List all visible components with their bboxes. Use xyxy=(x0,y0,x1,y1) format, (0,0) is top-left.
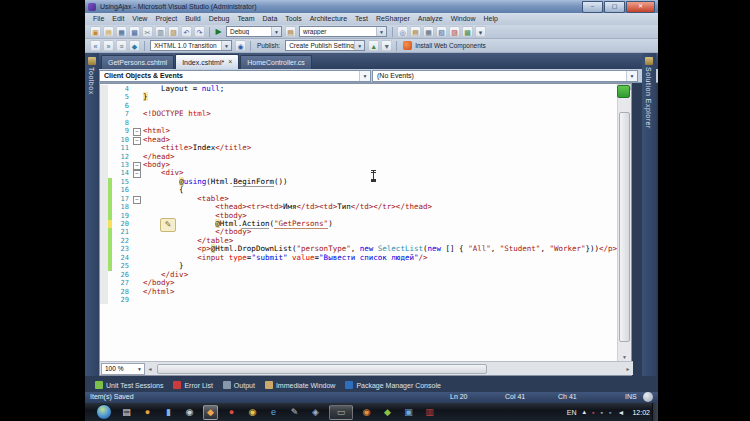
toolbar-options-icon[interactable]: ▾ xyxy=(475,26,486,37)
start-debugging-icon[interactable]: ▶ xyxy=(213,26,224,37)
scroll-right-icon[interactable]: ► xyxy=(623,366,633,372)
outlining-margin[interactable] xyxy=(132,228,143,236)
open-file-icon[interactable]: ▤ xyxy=(103,26,114,37)
vertical-scroll-thumb[interactable] xyxy=(619,112,630,342)
validation-icon[interactable]: ◉ xyxy=(235,40,246,51)
breakpoint-margin[interactable] xyxy=(100,271,108,279)
chevron-down-icon[interactable]: ▼ xyxy=(376,27,386,36)
breakpoint-margin[interactable] xyxy=(100,220,108,228)
save-all-icon[interactable]: ▩ xyxy=(129,26,140,37)
paste-icon[interactable]: ▨ xyxy=(168,26,179,37)
taskbar-cursor-tool-icon[interactable]: ◈ xyxy=(308,405,323,420)
horizontal-scroll-thumb[interactable] xyxy=(157,364,487,374)
debug-configuration-combo[interactable]: Debug ▼ xyxy=(226,26,282,37)
taskbar-firefox-icon[interactable]: ◉ xyxy=(359,405,374,420)
web-settings-icon[interactable]: ▼ xyxy=(381,40,392,51)
outlining-margin[interactable]: − xyxy=(132,195,143,203)
taskbar-chrome-icon[interactable]: ◉ xyxy=(245,405,260,420)
taskbar-red-app-icon[interactable]: ▥ xyxy=(422,405,437,420)
code-line[interactable]: 11 <title>Index</title> xyxy=(100,144,618,152)
extensions-icon[interactable]: ▩ xyxy=(462,26,473,37)
menu-item-architecture[interactable]: Architecture xyxy=(306,13,351,25)
tray-resharper-icon[interactable]: ▪ xyxy=(592,409,594,416)
outlining-margin[interactable]: − xyxy=(132,127,143,135)
chevron-down-icon[interactable]: ▼ xyxy=(221,41,231,50)
chevron-down-icon[interactable]: ▼ xyxy=(271,27,281,36)
solution-explorer-autohide-tab[interactable]: Solution Explorer xyxy=(642,53,656,376)
menu-item-data[interactable]: Data xyxy=(259,13,282,25)
breakpoint-margin[interactable] xyxy=(100,119,108,127)
code-line[interactable]: 29 xyxy=(100,296,618,304)
undo-icon[interactable]: ↶ xyxy=(181,26,192,37)
panel-tab-output[interactable]: Output xyxy=(223,381,255,389)
code-line[interactable]: 4 Layout = null; xyxy=(100,85,618,93)
toolbox-autohide-tab[interactable]: Toolbox xyxy=(85,53,99,376)
code-line[interactable]: 12</head> xyxy=(100,153,618,161)
menu-item-file[interactable]: File xyxy=(89,13,108,25)
breakpoint-margin[interactable] xyxy=(100,296,108,304)
taskbar-window-preview[interactable]: ▭ xyxy=(329,405,353,420)
outlining-margin[interactable] xyxy=(132,288,143,296)
breakpoint-margin[interactable] xyxy=(100,212,108,220)
show-desktop-button[interactable] xyxy=(652,403,658,421)
outlining-margin[interactable] xyxy=(132,271,143,279)
menu-item-debug[interactable]: Debug xyxy=(205,13,234,25)
menu-item-tools[interactable]: Tools xyxy=(281,13,305,25)
breakpoint-margin[interactable] xyxy=(100,195,108,203)
step-into-icon[interactable]: ◎ xyxy=(397,26,408,37)
tab-index-cshtml-[interactable]: Index.cshtml*× xyxy=(175,54,239,69)
tray-show-hidden-icon[interactable]: ▴ xyxy=(583,408,587,416)
outlining-margin[interactable] xyxy=(132,212,143,220)
chevron-down-icon[interactable]: ▼ xyxy=(626,71,637,81)
menu-item-resharper[interactable]: ReSharper xyxy=(372,13,414,25)
breakpoint-margin[interactable] xyxy=(100,178,108,186)
breakpoint-margin[interactable] xyxy=(100,136,108,144)
breakpoint-margin[interactable] xyxy=(100,127,108,135)
language-indicator[interactable]: EN xyxy=(567,409,577,416)
outlining-margin[interactable] xyxy=(132,186,143,194)
close-button[interactable]: ✕ xyxy=(626,1,655,13)
doctype-combo[interactable]: XHTML 1.0 Transition ▼ xyxy=(150,40,232,51)
menu-item-analyze[interactable]: Analyze xyxy=(414,13,447,25)
outlining-margin[interactable] xyxy=(132,262,143,270)
breakpoint-margin[interactable] xyxy=(100,110,108,118)
chevron-down-icon[interactable]: ▼ xyxy=(359,71,370,81)
resharper-status-icon[interactable] xyxy=(617,85,630,98)
chevron-down-icon[interactable]: ▼ xyxy=(354,41,364,50)
outlining-margin[interactable] xyxy=(132,203,143,211)
tray-sync-icon[interactable]: ▪ xyxy=(601,409,603,416)
object-browser-icon[interactable]: ▧ xyxy=(436,26,447,37)
outlining-margin[interactable] xyxy=(132,119,143,127)
new-item-icon[interactable]: ▣ xyxy=(90,26,101,37)
breakpoint-margin[interactable] xyxy=(100,169,108,177)
tray-security-icon[interactable]: ▪ xyxy=(609,409,611,416)
publish-settings-combo[interactable]: Create Publish Settings ▼ xyxy=(285,40,365,51)
outlining-margin[interactable] xyxy=(132,102,143,110)
breakpoint-margin[interactable] xyxy=(100,228,108,236)
breakpoint-margin[interactable] xyxy=(100,279,108,287)
taskbar-active-app-icon[interactable]: ◆ xyxy=(203,405,218,420)
outlining-margin[interactable]: − xyxy=(132,161,143,169)
menu-item-window[interactable]: Window xyxy=(447,13,480,25)
taskbar-orange-app-icon[interactable]: ● xyxy=(140,405,155,420)
bookmark-icon[interactable]: ◆ xyxy=(129,40,140,51)
publish-web-icon[interactable]: ▲ xyxy=(368,40,379,51)
menu-item-build[interactable]: Build xyxy=(181,13,205,25)
code-line[interactable]: 9−<html> xyxy=(100,127,618,135)
code-line[interactable]: 8 xyxy=(100,119,618,127)
breakpoint-margin[interactable] xyxy=(100,102,108,110)
copy-icon[interactable]: ▥ xyxy=(155,26,166,37)
close-icon[interactable]: × xyxy=(228,58,232,66)
panel-tab-unit-test-sessions[interactable]: Unit Test Sessions xyxy=(95,381,163,389)
taskbar-folder-icon[interactable]: ▣ xyxy=(401,405,416,420)
find-combo[interactable]: wrapper ▼ xyxy=(299,26,387,37)
code-line[interactable]: 5} xyxy=(100,93,618,101)
outlining-margin[interactable]: − xyxy=(132,169,143,177)
code-editor[interactable]: 4 Layout = null;5}67<!DOCTYPE html>89−<h… xyxy=(99,83,632,376)
scroll-left-icon[interactable]: ◄ xyxy=(145,366,155,372)
outlining-margin[interactable] xyxy=(132,110,143,118)
start-button[interactable] xyxy=(96,404,112,420)
clock[interactable]: 12:02 xyxy=(632,409,650,416)
outlining-margin[interactable] xyxy=(132,254,143,262)
save-icon[interactable]: ▦ xyxy=(116,26,127,37)
